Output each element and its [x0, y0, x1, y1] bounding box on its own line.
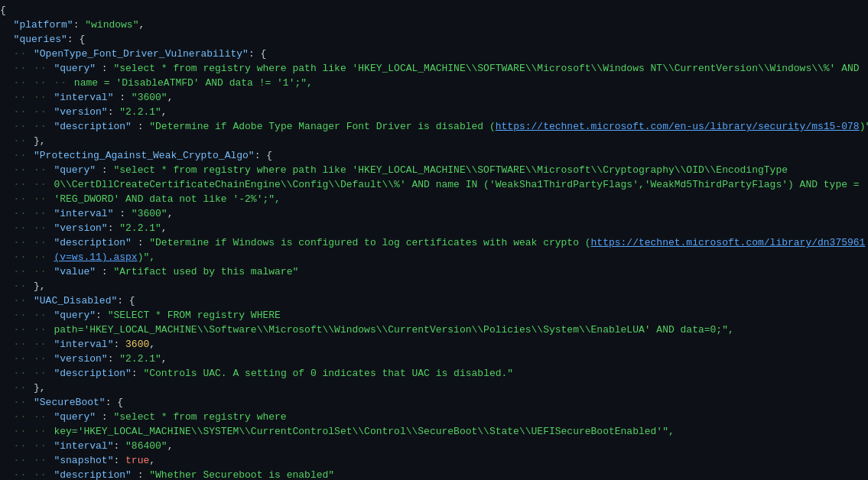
token-c-string-val: "select * from registry where path like …: [113, 163, 788, 177]
tree-guide: ·· ··: [0, 206, 54, 221]
token-c-colon: :: [108, 105, 120, 119]
code-block: { "platform": "windows", "queries": { ··…: [0, 0, 868, 480]
line: ·· ·· "value" : "Artifact used by this m…: [0, 264, 868, 279]
token-c-comma: ,: [149, 337, 155, 352]
token-c-key: "description": [54, 235, 131, 250]
token-c-colon: :: [132, 119, 149, 134]
token-c-string-val: "Determine if Adobe Type Manager Font Dr…: [149, 119, 495, 134]
token-c-number: 3600: [125, 337, 149, 352]
tree-guide: ··: [0, 395, 34, 410]
tree-guide: ·· ··: [0, 105, 54, 119]
token-c-brace: },: [34, 381, 46, 395]
token-c-string-val: )": [860, 119, 868, 134]
tree-guide: ·· ··: [0, 235, 54, 250]
token-c-key: "SecureBoot": [34, 395, 106, 410]
token-c-key: "query": [54, 308, 96, 323]
tree-guide: [0, 18, 14, 32]
token-c-colon: :: [96, 410, 113, 424]
tree-guide: ·· ··: [0, 308, 54, 323]
line: ·· ·· "interval": "86400",: [0, 439, 868, 453]
token-c-colon: :: [73, 18, 86, 32]
tree-guide: ··: [0, 134, 34, 148]
line: ·· ·· "description": "Controls UAC. A se…: [0, 366, 868, 381]
token-c-string-val: "2.2.1": [119, 221, 161, 235]
token-c-key: "version": [54, 352, 107, 366]
token-c-key: "UAC_Disabled": [34, 294, 117, 308]
token-c-string-val: )",: [138, 250, 155, 264]
token-c-string-val: "SELECT * FROM registry WHERE: [108, 308, 281, 323]
token-c-string-val: key='HKEY_LOCAL_MACHINE\\SYSTEM\\Current…: [54, 424, 674, 439]
line: ·· ·· "query" : "select * from registry …: [0, 61, 868, 76]
line: ·· ·· "description" : "Determine if Wind…: [0, 235, 868, 250]
token-c-string-val: "Whether Secureboot is enabled": [149, 468, 334, 480]
token-c-string-val: "3600": [132, 90, 167, 105]
token-c-url: https://technet.microsoft.com/library/dn…: [591, 235, 866, 250]
token-c-string-val: "Controls UAC. A setting of 0 indicates …: [143, 366, 513, 381]
tree-guide: ·· ··: [0, 468, 54, 480]
token-c-comma: ,: [167, 90, 174, 105]
token-c-string-val: "2.2.1": [119, 352, 161, 366]
tree-guide: ·· ··: [0, 323, 54, 337]
token-c-colon: :: [113, 206, 131, 221]
token-c-key: "version": [54, 221, 107, 235]
token-c-colon: :: [96, 308, 108, 323]
tree-guide: ·· ··: [0, 221, 54, 235]
line: ·· "Protecting_Against_Weak_Crypto_Algo"…: [0, 148, 868, 163]
tree-guide: ·· ··: [0, 250, 54, 264]
token-c-key: "description": [54, 468, 131, 480]
tree-guide: ·· ··: [0, 439, 54, 453]
tree-guide: ·· ··: [0, 177, 54, 192]
token-c-string-val: "2.2.1": [119, 105, 161, 119]
token-c-key: "interval": [54, 337, 113, 352]
token-c-key: "query": [54, 163, 96, 177]
tree-guide: ·· ··: [0, 90, 54, 105]
token-c-colon: :: [113, 439, 125, 453]
token-c-key: "snapshot": [54, 453, 113, 468]
line: ·· },: [0, 381, 868, 395]
tree-guide: ·· ··: [0, 410, 54, 424]
line: ·· ·· "description" : "Whether Secureboo…: [0, 468, 868, 480]
token-c-comma: ,: [161, 105, 167, 119]
token-c-key: "OpenType_Font_Driver_Vulnerability": [34, 47, 249, 61]
token-c-key: "Protecting_Against_Weak_Crypto_Algo": [34, 148, 255, 163]
line: ·· ·· key='HKEY_LOCAL_MACHINE\\SYSTEM\\C…: [0, 424, 868, 439]
token-c-colon: :: [132, 468, 149, 480]
line: ·· "SecureBoot": {: [0, 395, 868, 410]
line: ·· },: [0, 279, 868, 294]
line: ·· ·· "query" : "select * from registry …: [0, 410, 868, 424]
token-c-boolean: true: [125, 453, 149, 468]
line: ·· ·· "version": "2.2.1",: [0, 352, 868, 366]
token-c-key: "interval": [54, 90, 113, 105]
tree-guide: ··: [0, 47, 34, 61]
line: ·· ·· "query" : "select * from registry …: [0, 163, 868, 177]
token-c-brace: },: [34, 279, 46, 294]
tree-guide: ·· ··: [0, 192, 54, 206]
token-c-string-val: 0\\CertDllCreateCertificateChainEngine\\…: [54, 177, 859, 192]
token-c-string-val: "windows": [85, 18, 138, 32]
line: ·· ·· path='HKEY_LOCAL_MACHINE\\Software…: [0, 323, 868, 337]
token-c-key: "interval": [54, 206, 113, 221]
token-c-string-val: "86400": [125, 439, 167, 453]
token-c-key: "version": [54, 105, 107, 119]
tree-guide: ·· ·· ··: [0, 76, 74, 90]
token-c-string-val: "select * from registry where path like …: [113, 61, 859, 76]
tree-guide: ·· ··: [0, 264, 54, 279]
tree-guide: ··: [0, 279, 34, 294]
token-c-comma: ,: [167, 206, 174, 221]
token-c-colon: :: [132, 366, 144, 381]
token-c-colon: :: [108, 221, 120, 235]
tree-guide: [0, 32, 14, 47]
tree-guide: ·· ··: [0, 119, 54, 134]
token-c-colon: : {: [249, 47, 266, 61]
token-c-string-val: 'REG_DWORD' AND data not like '-2%';",: [54, 192, 280, 206]
code-editor: { "platform": "windows", "queries": { ··…: [0, 0, 868, 480]
token-c-string-val: "select * from registry where: [113, 410, 286, 424]
token-c-brace: },: [34, 134, 46, 148]
token-c-key: "interval": [54, 439, 113, 453]
line: ·· ·· "version": "2.2.1",: [0, 105, 868, 119]
line: ·· ·· "interval" : "3600",: [0, 90, 868, 105]
line: ·· "OpenType_Font_Driver_Vulnerability":…: [0, 47, 868, 61]
line: ·· ·· 0\\CertDllCreateCertificateChainEn…: [0, 177, 868, 192]
token-c-string-val: path='HKEY_LOCAL_MACHINE\\Software\\Micr…: [54, 323, 733, 337]
token-c-comma: ,: [167, 439, 174, 453]
